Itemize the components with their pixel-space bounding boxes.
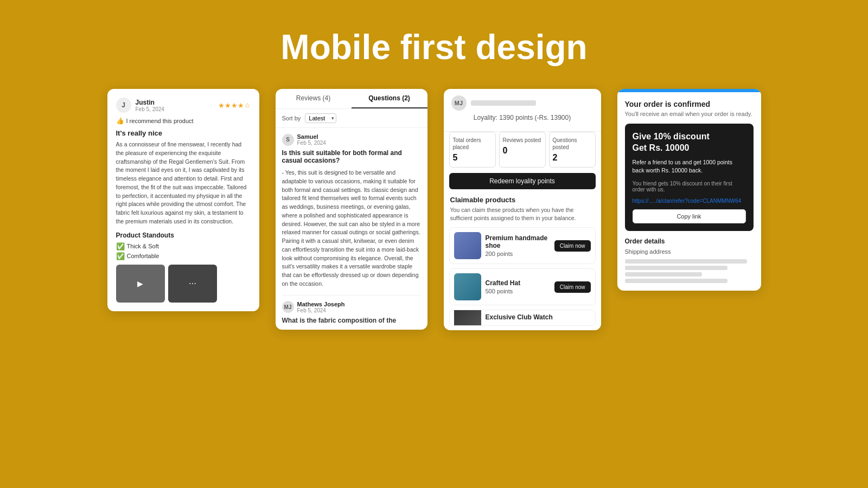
address-line-3 <box>625 272 702 277</box>
standouts-title: Product Standouts <box>116 232 251 239</box>
address-line-1 <box>625 259 747 264</box>
asker-name-2: Mathews Joseph <box>297 301 345 307</box>
sort-select[interactable]: Latest <box>305 113 336 123</box>
asker-details-1: Samuel Feb 5, 2024 <box>297 133 326 146</box>
referral-box: Give 10% discountGet Rs. 10000 Refer a f… <box>625 124 754 231</box>
qa-sort-row: Sort by Latest <box>276 109 427 128</box>
standout-1: ✅ Thick & Soft <box>116 242 251 251</box>
stat-reviews: Reviews posted 0 <box>499 132 546 168</box>
question-1: Is this suit suitable for both formal an… <box>282 149 421 164</box>
product-info-1: Premium handmade shoe 200 points <box>486 234 550 257</box>
avatar: J <box>116 98 131 113</box>
sort-label: Sort by <box>282 115 301 121</box>
product-card-3: Exclusive Club Watch <box>449 310 596 326</box>
order-confirmed-sub: You'll receive an email when your order … <box>625 111 754 117</box>
cards-row: J Justin Feb 5, 2024 ★★★★☆ 👍 I recommend… <box>0 89 868 330</box>
referral-link-row: https://...../a/clan/refer?code=CLANMMNW… <box>633 198 746 204</box>
referral-desc: Refer a friend to us and get 1000 points… <box>633 158 746 176</box>
product-info-2: Crafted Hat 500 points <box>486 279 550 294</box>
stat-reviews-label: Reviews posted <box>503 137 542 144</box>
referral-link: https://...../a/clan/refer?code=CLANMMNW… <box>633 198 742 204</box>
standout-2: ✅ Comfortable <box>116 252 251 260</box>
referral-title: Give 10% discountGet Rs. 10000 <box>633 131 746 154</box>
address-line-2 <box>625 266 728 270</box>
shipping-address-title: Shipping address <box>625 248 754 255</box>
asker-date-1: Feb 5, 2024 <box>297 140 326 146</box>
redeem-button[interactable]: Redeem loyality points <box>449 173 596 189</box>
play-icon: ▶ <box>137 279 143 288</box>
product-img-hat <box>454 273 481 300</box>
product-info-3: Exclusive Club Watch <box>486 313 591 322</box>
product-points-1: 200 points <box>486 251 550 257</box>
claim-button-1[interactable]: Claim now <box>554 240 591 252</box>
order-card: Your order is confirmed You'll receive a… <box>617 89 761 291</box>
product-img-shoe <box>454 232 481 259</box>
stat-questions-value: 2 <box>553 153 592 163</box>
product-points-2: 500 points <box>486 288 550 294</box>
reviewer-name: Justin <box>136 99 164 106</box>
stat-orders-value: 5 <box>453 153 492 163</box>
stat-reviews-value: 0 <box>503 146 542 156</box>
asker-date-2: Feb 5, 2024 <box>297 307 345 313</box>
address-line-4 <box>625 279 728 283</box>
product-name-1: Premium handmade shoe <box>486 234 550 249</box>
video-thumb-1[interactable]: ▶ <box>116 265 165 303</box>
qa-body: S Samuel Feb 5, 2024 Is this suit suitab… <box>276 128 427 330</box>
video-thumb-2[interactable]: ⋯ <box>168 265 217 303</box>
product-card-1: Premium handmade shoe 200 points Claim n… <box>449 227 596 264</box>
stat-orders: Total orders placed 5 <box>449 132 496 168</box>
loyalty-points: Loyality: 1390 points (-Rs. 13900) <box>451 114 593 121</box>
loyalty-username-bar <box>471 100 536 106</box>
tab-reviews[interactable]: Reviews (4) <box>276 89 352 108</box>
stat-orders-label: Total orders placed <box>453 137 492 151</box>
stat-questions-label: Questions posted <box>553 137 592 151</box>
standout-1-label: Thick & Soft <box>127 243 159 249</box>
loyalty-avatar: MJ <box>451 95 467 111</box>
product-card-2: Crafted Hat 500 points Claim now <box>449 268 596 305</box>
copy-link-button[interactable]: Copy link <box>633 209 746 223</box>
review-body: As a connoisseur of fine menswear, I rec… <box>116 140 251 226</box>
asker-1: S Samuel Feb 5, 2024 <box>282 133 421 146</box>
claimable-desc: You can claim these products when you ha… <box>444 206 601 222</box>
asker-name-1: Samuel <box>297 133 326 140</box>
asker-avatar-1: S <box>282 134 294 146</box>
address-lines <box>625 259 754 283</box>
standout-2-label: Comfortable <box>127 253 159 259</box>
reviewer-date: Feb 5, 2024 <box>136 106 164 112</box>
order-details-title: Order details <box>625 237 754 245</box>
qa-divider <box>282 295 421 296</box>
stat-questions: Questions posted 2 <box>549 132 596 168</box>
reviewer-details: Justin Feb 5, 2024 <box>136 99 164 112</box>
more-icon: ⋯ <box>189 279 196 288</box>
reviewer-info: J Justin Feb 5, 2024 <box>116 98 164 113</box>
media-row: ▶ ⋯ <box>116 265 251 303</box>
order-confirmed-title: Your order is confirmed <box>625 100 754 108</box>
asker-2: MJ Mathews Joseph Feb 5, 2024 <box>282 301 421 313</box>
product-img-watch <box>454 310 481 326</box>
asker-details-2: Mathews Joseph Feb 5, 2024 <box>297 301 345 313</box>
page-title: Mobile first design <box>0 0 868 89</box>
claim-button-2[interactable]: Claim now <box>554 281 591 293</box>
thumbs-up-icon: 👍 <box>116 117 124 125</box>
check-icon-2: ✅ <box>116 252 125 260</box>
question-2: What is the fabric composition of the <box>282 317 421 324</box>
loyalty-user-row: MJ <box>451 95 593 111</box>
recommend-text: I recommend this product <box>126 118 194 124</box>
tab-questions[interactable]: Questions (2) <box>352 89 427 108</box>
product-name-2: Crafted Hat <box>486 279 550 287</box>
loyalty-card: MJ Loyality: 1390 points (-Rs. 13900) To… <box>444 89 601 330</box>
qa-tabs: Reviews (4) Questions (2) <box>276 89 427 109</box>
loyalty-stats: Total orders placed 5 Reviews posted 0 Q… <box>444 132 601 173</box>
referral-sub-desc: You friend gets 10% discount on their fi… <box>633 181 746 192</box>
recommend-line: 👍 I recommend this product <box>116 117 251 125</box>
sort-wrapper[interactable]: Latest <box>305 113 336 123</box>
check-icon-1: ✅ <box>116 242 125 251</box>
claimable-title: Claimable products <box>444 196 601 204</box>
reviewer-header: J Justin Feb 5, 2024 ★★★★☆ <box>116 98 251 113</box>
star-rating: ★★★★☆ <box>218 101 251 110</box>
order-body: Your order is confirmed You'll receive a… <box>617 92 761 291</box>
review-title: It's really nice <box>116 129 251 137</box>
qa-card: Reviews (4) Questions (2) Sort by Latest… <box>276 89 427 330</box>
loyalty-header: MJ Loyality: 1390 points (-Rs. 13900) <box>444 89 601 132</box>
product-name-3: Exclusive Club Watch <box>486 313 591 321</box>
